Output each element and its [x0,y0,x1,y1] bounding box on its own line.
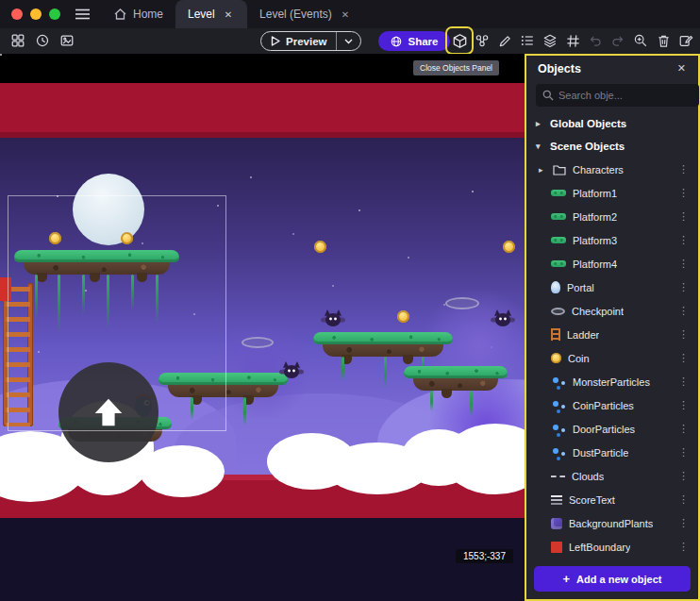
zoom-in-icon [633,33,648,48]
checkpoint-thumbnail-icon [551,308,565,315]
object-row-platform2[interactable]: Platform2 ⋮ [526,205,698,228]
project-manager-icon [10,33,25,48]
ladder-sprite[interactable] [0,283,36,426]
search-input[interactable] [558,90,692,101]
export-button[interactable] [57,30,77,51]
platform-sprite[interactable] [158,373,288,397]
add-new-object-button[interactable]: + Add a new object [534,566,691,592]
kebab-menu-icon[interactable]: ⋮ [675,163,692,175]
balloon-sprite[interactable] [73,174,144,245]
instances-list-button[interactable] [517,30,538,51]
monster-sprite[interactable] [321,309,345,327]
edit-properties-button[interactable] [494,30,515,51]
monster-sprite[interactable] [279,360,304,379]
kebab-menu-icon[interactable]: ⋮ [675,305,692,317]
kebab-menu-icon[interactable]: ⋮ [675,399,692,411]
cloud-sprite[interactable] [140,445,225,497]
kebab-menu-icon[interactable]: ⋮ [675,517,692,529]
main-menu-button[interactable] [70,4,94,25]
zoom-window-button[interactable] [49,8,60,20]
objects-panel-header: Objects ✕ [526,56,698,81]
coin-sprite[interactable] [49,232,61,244]
globe-icon [391,36,402,47]
kebab-menu-icon[interactable]: ⋮ [675,376,692,388]
kebab-menu-icon[interactable]: ⋮ [675,258,692,270]
platform-grass [404,366,508,378]
undo-button[interactable] [585,30,606,51]
object-row-characters[interactable]: ▸ Characters ⋮ [526,158,698,181]
kebab-menu-icon[interactable]: ⋮ [675,281,692,293]
close-tab-icon[interactable]: ✕ [339,8,352,21]
platform-sprite[interactable] [14,250,179,275]
close-tab-icon[interactable]: ✕ [222,8,235,21]
history-button[interactable] [32,30,53,51]
object-row-platform1[interactable]: Platform1 ⋮ [526,181,698,205]
saucer-sprite[interactable] [445,297,479,309]
tab-level[interactable]: Level ✕ [175,0,247,28]
kebab-menu-icon[interactable]: ⋮ [675,328,692,341]
section-scene-objects[interactable]: ▾ Scene Objects [526,135,698,158]
object-row-platform3[interactable]: Platform3 ⋮ [526,228,698,252]
object-row-portal[interactable]: Portal ⋮ [526,275,698,299]
share-button[interactable]: Share [378,31,450,51]
coin-sprite[interactable] [314,241,326,253]
object-row-backgroundplants[interactable]: BackgroundPlants ⋮ [526,511,698,535]
window-controls [0,8,70,20]
kebab-menu-icon[interactable]: ⋮ [675,470,692,482]
search-box[interactable] [536,84,699,107]
tab-home[interactable]: Home [102,0,175,28]
object-label: Clouds [572,471,604,482]
kebab-menu-icon[interactable]: ⋮ [675,352,692,364]
preview-options-button[interactable] [337,39,360,44]
platform-sprite[interactable] [313,332,453,357]
kebab-menu-icon[interactable]: ⋮ [675,423,692,435]
undo-icon [588,33,603,48]
object-row-leftboundary[interactable]: LeftBoundary ⋮ [526,535,698,559]
object-row-clouds[interactable]: Clouds ⋮ [526,464,698,488]
object-row-monsterparticles[interactable]: MonsterParticles ⋮ [526,370,698,393]
platform-dirt [24,262,170,275]
object-groups-button[interactable] [472,30,492,51]
text-thumbnail-icon [551,495,562,497]
grid-button[interactable] [562,30,583,51]
object-row-coin[interactable]: Coin ⋮ [526,346,698,370]
kebab-menu-icon[interactable]: ⋮ [675,210,692,223]
kebab-menu-icon[interactable]: ⋮ [675,187,692,199]
left-boundary-sprite[interactable] [0,277,11,301]
kebab-menu-icon[interactable]: ⋮ [675,493,692,506]
onscreen-jump-button[interactable] [58,362,158,462]
redo-button[interactable] [608,30,628,51]
close-panel-icon[interactable]: ✕ [675,61,689,75]
monster-sprite[interactable] [491,309,515,327]
layers-button[interactable] [540,30,560,51]
home-icon [114,8,126,20]
object-row-doorparticles[interactable]: DoorParticles ⋮ [526,417,698,441]
object-row-coinparticles[interactable]: CoinParticles ⋮ [526,393,698,417]
edit-scene-button[interactable] [675,30,696,51]
kebab-menu-icon[interactable]: ⋮ [675,234,692,246]
object-row-checkpoint[interactable]: Checkpoint ⋮ [526,299,698,323]
object-row-dustparticle[interactable]: DustParticle ⋮ [526,441,698,464]
project-manager-button[interactable] [8,30,28,51]
scene-canvas[interactable]: 1553;-337 [0,54,525,601]
platform-dirt [413,378,498,391]
section-label: Scene Objects [550,141,625,152]
preview-button[interactable]: Preview [261,36,336,47]
kebab-menu-icon[interactable]: ⋮ [675,541,692,553]
object-row-platform4[interactable]: Platform4 ⋮ [526,252,698,275]
coin-sprite[interactable] [397,310,409,323]
object-row-scoretext[interactable]: ScoreText ⋮ [526,488,698,511]
zoom-in-button[interactable] [630,30,651,51]
object-row-ladder[interactable]: Ladder ⋮ [526,323,698,346]
objects-panel-button[interactable] [449,30,470,51]
delete-button[interactable] [653,30,674,51]
kebab-menu-icon[interactable]: ⋮ [675,446,692,459]
close-window-button[interactable] [11,8,23,20]
coin-sprite[interactable] [503,241,515,253]
minimize-window-button[interactable] [30,8,42,20]
platform-sprite[interactable] [404,366,508,391]
coin-sprite[interactable] [121,232,133,244]
section-global-objects[interactable]: ▸ Global Objects [526,112,698,135]
saucer-sprite[interactable] [242,337,274,348]
tab-level-events[interactable]: Level (Events) ✕ [247,0,364,28]
